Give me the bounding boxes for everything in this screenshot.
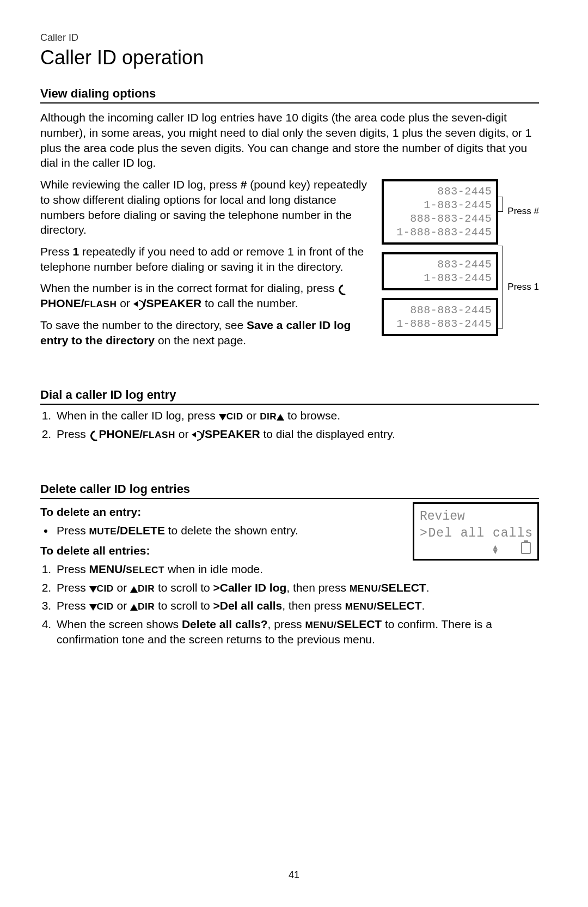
section-heading-dial-entry: Dial a caller ID log entry [40,387,539,405]
up-arrow-icon [130,586,138,593]
handset-icon [338,283,347,293]
handset-icon [89,429,99,439]
up-arrow-icon [130,604,138,611]
press-hash-label: Press # [507,179,539,244]
section-heading-view-dialing: View dialing options [40,86,539,104]
press-one-label: Press 1 [507,281,539,293]
delete-all-steps: Press MENU/SELECT when in idle mode. Pre… [40,562,539,647]
down-arrow-icon [219,414,226,421]
list-item: When the screen shows Delete all calls?,… [54,617,539,647]
list-item: Press CID or DIR to scroll to >Caller ID… [54,580,539,595]
dialing-screens-figure: 883-2445 1-883-2445 888-883-2445 1-888-8… [382,179,539,336]
section-eyebrow: Caller ID [40,32,539,45]
lcd-screen-all-formats: 883-2445 1-883-2445 888-883-2445 1-888-8… [382,179,498,245]
lcd-menu-del-all: Review >Del all calls ▲▼ [413,502,539,561]
section-heading-delete: Delete caller ID log entries [40,481,539,499]
dial-steps-list: When in the caller ID log, press CID or … [40,408,539,441]
lcd-screen-ten-digit: 888-883-2445 1-888-883-2445 [382,298,498,336]
page-number: 41 [0,869,588,882]
list-item: When in the caller ID log, press CID or … [54,408,539,423]
down-arrow-icon [89,604,97,611]
key-one: 1 [73,245,79,258]
down-arrow-icon [89,586,97,593]
key-hash: # [241,178,247,191]
page-title: Caller ID operation [40,45,539,71]
speaker-icon [192,430,201,440]
nav-arrows-icon: ▲▼ [493,545,497,555]
list-item: Press CID or DIR to scroll to >Del all c… [54,598,539,613]
list-item: Press PHONE/FLASH or /SPEAKER to dial th… [54,427,539,442]
list-item: Press MENU/SELECT when in idle mode. [54,562,539,577]
speaker-icon [133,299,143,309]
battery-icon [521,542,531,554]
intro-paragraph: Although the incoming caller ID log entr… [40,110,539,171]
up-arrow-icon [277,414,284,421]
lcd-screen-seven-digit: 883-2445 1-883-2445 [382,252,498,290]
manual-page: Caller ID Caller ID operation View diali… [0,0,588,907]
